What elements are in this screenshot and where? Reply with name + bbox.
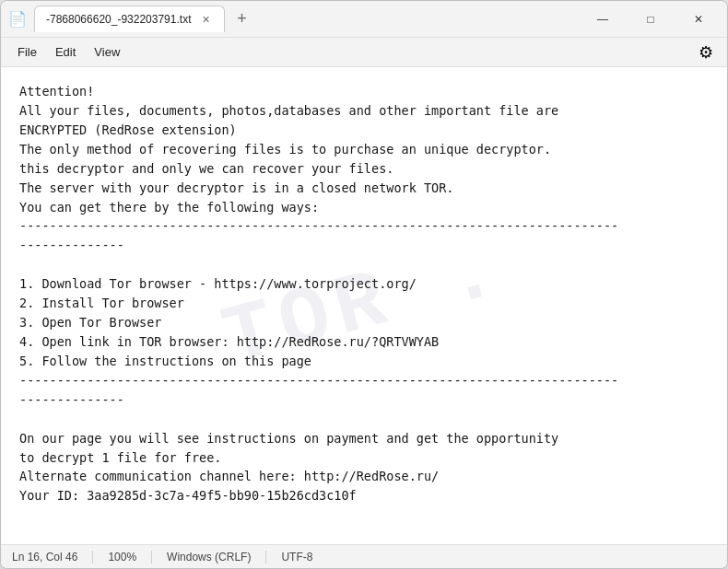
app-icon: 📄 [8, 10, 27, 29]
window-controls: — □ ✕ [581, 5, 720, 34]
zoom-level: 100% [93, 551, 152, 563]
new-tab-button[interactable]: + [229, 6, 254, 32]
encoding: UTF-8 [266, 551, 327, 563]
status-bar: Ln 16, Col 46 100% Windows (CRLF) UTF-8 [1, 544, 727, 568]
settings-button[interactable]: ⚙ [692, 39, 720, 66]
maximize-button[interactable]: □ [629, 5, 672, 34]
menu-bar: File Edit View ⚙ [1, 38, 727, 67]
edit-menu[interactable]: Edit [46, 41, 85, 63]
tab-title: -7868066620_-932203791.txt [46, 13, 191, 26]
minimize-button[interactable]: — [581, 5, 624, 34]
close-tab-button[interactable]: × [198, 12, 213, 27]
text-editor-content[interactable]: TOR . Attention! All your files, documen… [1, 67, 727, 544]
main-window: 📄 -7868066620_-932203791.txt × + — □ ✕ F… [0, 0, 728, 569]
cursor-position: Ln 16, Col 46 [12, 551, 93, 563]
view-menu[interactable]: View [85, 41, 129, 63]
line-ending: Windows (CRLF) [152, 551, 266, 563]
active-tab[interactable]: -7868066620_-932203791.txt × [34, 6, 225, 32]
title-bar: 📄 -7868066620_-932203791.txt × + — □ ✕ [1, 1, 727, 38]
tab-area: -7868066620_-932203791.txt × + [34, 6, 581, 32]
file-menu[interactable]: File [8, 41, 46, 63]
close-button[interactable]: ✕ [677, 5, 720, 34]
file-content: Attention! All your files, documents, ph… [19, 82, 709, 505]
